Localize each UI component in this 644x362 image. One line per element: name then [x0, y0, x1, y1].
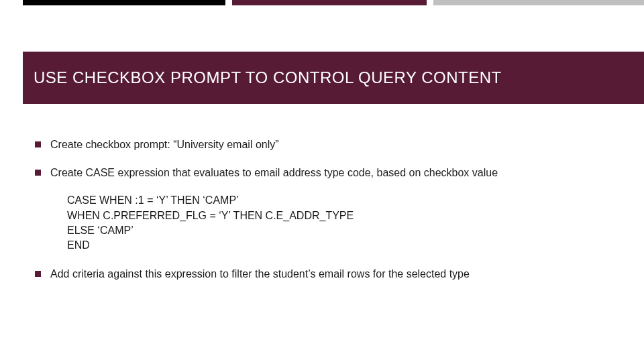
- title-band: USE CHECKBOX PROMPT TO CONTROL QUERY CON…: [23, 52, 644, 104]
- slide-content: Create checkbox prompt: “University emai…: [35, 137, 617, 294]
- code-line: CASE WHEN :1 = ‘Y’ THEN ‘CAMP’: [67, 193, 617, 208]
- code-line: ELSE ‘CAMP’: [67, 223, 617, 238]
- bullet-item: Create checkbox prompt: “University emai…: [35, 137, 617, 152]
- bullet-item: Add criteria against this expression to …: [35, 267, 617, 282]
- accent-segment-maroon: [232, 0, 427, 5]
- slide-title: USE CHECKBOX PROMPT TO CONTROL QUERY CON…: [34, 68, 502, 87]
- accent-segment-gray: [433, 0, 644, 5]
- top-accent-bar: [23, 0, 644, 5]
- bullet-text: Create CASE expression that evaluates to…: [50, 166, 498, 180]
- bullet-square-icon: [35, 170, 41, 176]
- accent-segment-black: [23, 0, 225, 5]
- bullet-item: Create CASE expression that evaluates to…: [35, 166, 617, 180]
- bullet-square-icon: [35, 141, 41, 147]
- code-block: CASE WHEN :1 = ‘Y’ THEN ‘CAMP’ WHEN C.PR…: [67, 193, 617, 253]
- bullet-square-icon: [35, 271, 41, 277]
- code-line: WHEN C.PREFERRED_FLG = ‘Y’ THEN C.E_ADDR…: [67, 208, 617, 223]
- bullet-text: Create checkbox prompt: “University emai…: [50, 137, 279, 152]
- code-line: END: [67, 238, 617, 253]
- bullet-text: Add criteria against this expression to …: [50, 267, 470, 282]
